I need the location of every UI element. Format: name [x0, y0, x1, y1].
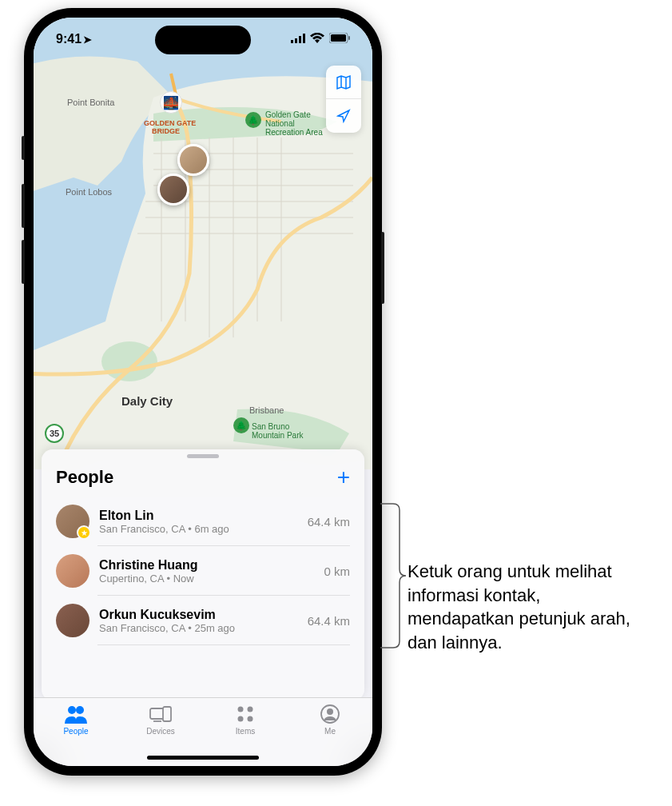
person-distance: 64.4 km [308, 515, 350, 529]
person-row[interactable]: Orkun Kucuksevim San Francisco, CA • 25m… [42, 596, 364, 645]
tab-label: Devices [146, 727, 175, 736]
current-location-button[interactable] [326, 99, 361, 133]
wifi-icon [310, 32, 324, 46]
person-distance: 0 km [324, 565, 350, 578]
map-label-point-lobos: Point Lobos [66, 187, 113, 197]
items-icon [237, 703, 254, 725]
home-indicator[interactable] [147, 756, 259, 760]
svg-rect-2 [299, 36, 301, 43]
tab-people[interactable]: People [34, 703, 118, 766]
favorite-star-icon: ★ [77, 525, 91, 540]
park-pin-san-bruno[interactable]: 🌲 [233, 417, 249, 433]
person-row[interactable]: Christine Huang Cupertino, CA • Now 0 km [42, 546, 364, 596]
svg-point-32 [248, 716, 253, 722]
person-subtitle: Cupertino, CA • Now [99, 573, 314, 585]
person-subtitle: San Francisco, CA • 6m ago [99, 523, 298, 535]
svg-point-29 [238, 707, 244, 712]
svg-rect-27 [163, 707, 171, 721]
svg-rect-1 [295, 38, 297, 43]
person-name: Christine Huang [99, 558, 314, 573]
person-distance: 64.4 km [308, 614, 350, 628]
svg-point-34 [327, 708, 333, 715]
svg-point-25 [76, 706, 84, 714]
sheet-grabber[interactable] [187, 454, 219, 458]
volume-up-button [22, 184, 25, 228]
person-avatar: ★ [56, 505, 89, 538]
map-label-daly-city: Daly City [121, 394, 173, 408]
devices-icon [149, 703, 173, 725]
person-avatar [56, 604, 89, 637]
battery-icon [329, 32, 350, 46]
people-sheet[interactable]: People + ★ Elton Lin San Francisco, CA •… [42, 449, 364, 700]
phone-frame: 9:41 ➤ [24, 8, 382, 776]
sheet-title: People [56, 467, 113, 488]
svg-rect-3 [303, 34, 305, 43]
add-person-button[interactable]: + [337, 466, 350, 489]
tab-label: People [63, 727, 88, 736]
map-label-point-bonita: Point Bonita [67, 98, 115, 107]
tab-label: Me [324, 727, 336, 736]
golden-gate-bridge-pin[interactable]: 🌉 [160, 91, 182, 114]
svg-rect-5 [331, 34, 346, 42]
tab-label: Items [236, 727, 255, 736]
svg-text:35: 35 [50, 429, 59, 438]
mute-switch [22, 136, 25, 160]
svg-point-8 [101, 341, 157, 381]
map-label-brisbane: Brisbane [249, 405, 284, 415]
map-controls [326, 66, 361, 133]
callout-bracket [380, 496, 408, 656]
svg-point-31 [238, 716, 244, 722]
cellular-icon [291, 32, 305, 46]
person-row[interactable]: ★ Elton Lin San Francisco, CA • 6m ago 6… [42, 497, 364, 546]
me-icon [320, 703, 340, 725]
volume-down-button [22, 240, 25, 284]
person-pin-2[interactable] [157, 174, 189, 205]
tab-me[interactable]: Me [288, 703, 372, 766]
svg-rect-6 [348, 36, 350, 40]
map-view[interactable]: Point Bonita Point Lobos Daly City Brisb… [34, 18, 372, 469]
park-pin-ggnra[interactable]: 🌲 [245, 112, 261, 128]
dynamic-island [155, 26, 251, 54]
people-icon [63, 703, 89, 725]
person-name: Orkun Kucuksevim [99, 608, 298, 622]
callout-text: Ketuk orang untuk melihat informasi kont… [408, 560, 647, 655]
person-name: Elton Lin [99, 509, 298, 523]
person-pin-1[interactable] [177, 144, 209, 176]
person-avatar [56, 554, 89, 588]
svg-point-24 [68, 706, 76, 714]
phone-screen: 9:41 ➤ [34, 18, 372, 766]
location-services-icon: ➤ [83, 34, 92, 46]
power-button [381, 232, 384, 304]
svg-rect-0 [291, 40, 293, 43]
callout-annotation: Ketuk orang untuk melihat informasi kont… [408, 496, 647, 655]
svg-point-30 [248, 707, 253, 712]
map-mode-button[interactable] [326, 66, 361, 99]
status-time: 9:41 [56, 32, 82, 46]
person-subtitle: San Francisco, CA • 25m ago [99, 622, 298, 634]
